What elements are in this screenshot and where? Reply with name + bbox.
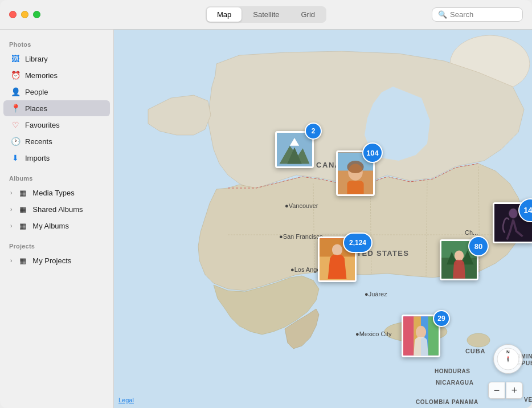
sidebar-item-memories[interactable]: ⏰ Memories — [3, 67, 110, 83]
shared-albums-icon: ▦ — [18, 204, 28, 214]
pin-147[interactable]: 147 — [518, 198, 532, 222]
pin-count-147: 147 — [518, 198, 532, 222]
tab-grid[interactable]: Grid — [290, 7, 325, 22]
recents-icon: 🕐 — [10, 136, 21, 146]
memories-icon: ⏰ — [10, 70, 21, 80]
zoom-out-button[interactable]: − — [488, 382, 505, 399]
pin-80[interactable]: 80 — [468, 236, 489, 256]
pin-count-2124: 2,124 — [343, 232, 373, 253]
tab-map[interactable]: Map — [207, 7, 242, 22]
tab-satellite[interactable]: Satellite — [243, 7, 289, 22]
svg-point-3 — [467, 333, 490, 347]
projects-section-label: Projects — [0, 238, 113, 252]
pin-2[interactable]: 2 — [305, 123, 322, 140]
pin-count-104: 104 — [362, 142, 383, 163]
sidebar-item-shared-albums[interactable]: › ▦ Shared Albums — [3, 201, 110, 217]
zoom-controls: − + — [488, 382, 523, 399]
legal-link[interactable]: Legal — [118, 397, 134, 403]
pin-count-2: 2 — [305, 123, 322, 140]
sidebar-item-label: My Projects — [32, 256, 103, 265]
library-icon: 🖼 — [10, 54, 21, 64]
svg-point-29 — [416, 326, 426, 338]
svg-rect-25 — [403, 316, 414, 355]
sidebar-item-my-projects[interactable]: › ▦ My Projects — [3, 252, 110, 268]
view-tabs: Map Satellite Grid — [206, 6, 326, 23]
imports-icon: ⬇ — [10, 153, 21, 163]
albums-section-label: Albums — [0, 170, 113, 184]
sidebar-item-places[interactable]: 📍 Places — [3, 100, 110, 116]
my-albums-icon: ▦ — [18, 221, 28, 231]
sidebar-item-label: Media Types — [32, 189, 103, 197]
favourites-icon: ♡ — [10, 120, 21, 130]
sidebar-item-label: People — [25, 88, 103, 96]
compass: N — [493, 344, 523, 374]
close-button[interactable] — [9, 11, 17, 18]
svg-point-20 — [455, 251, 464, 261]
sidebar-item-recents[interactable]: 🕐 Recents — [3, 133, 110, 149]
places-icon: 📍 — [10, 103, 21, 113]
sidebar-item-label: Shared Albums — [32, 205, 103, 214]
my-projects-icon: ▦ — [18, 255, 28, 266]
sidebar-item-my-albums[interactable]: › ▦ My Albums — [3, 218, 110, 234]
svg-point-34 — [507, 358, 509, 360]
sidebar-item-media-types[interactable]: › ▦ Media Types — [3, 185, 110, 201]
zoom-in-button[interactable]: + — [506, 382, 523, 399]
titlebar: Map Satellite Grid 🔍 — [0, 0, 532, 30]
sidebar-item-label: Places — [25, 104, 103, 113]
sidebar-item-imports[interactable]: ⬇ Imports — [3, 150, 110, 166]
photos-section-label: Photos — [0, 36, 113, 50]
sidebar-item-label: My Albums — [32, 222, 103, 230]
traffic-lights — [9, 11, 40, 18]
pin-29[interactable]: 29 — [433, 310, 450, 327]
sidebar: Photos 🖼 Library ⏰ Memories 👤 People 📍 P… — [0, 30, 114, 408]
sidebar-item-people[interactable]: 👤 People — [3, 84, 110, 100]
minimize-button[interactable] — [21, 11, 28, 18]
main-content: Photos 🖼 Library ⏰ Memories 👤 People 📍 P… — [0, 30, 532, 408]
chevron-icon: › — [10, 206, 12, 213]
sidebar-item-label: Favourites — [25, 121, 103, 129]
map-area[interactable]: CANADA UNITED STATES CUBA HONDURAS NICAR… — [114, 30, 532, 408]
sidebar-item-favourites[interactable]: ♡ Favourites — [3, 117, 110, 133]
svg-point-15 — [332, 244, 342, 256]
pin-2124[interactable]: 2,124 — [343, 232, 373, 253]
sidebar-item-label: Memories — [25, 71, 103, 80]
svg-point-23 — [509, 209, 518, 218]
map-background — [114, 30, 532, 408]
chevron-icon: › — [10, 258, 12, 264]
svg-text:N: N — [506, 349, 510, 354]
pin-count-80: 80 — [468, 236, 489, 256]
search-input[interactable] — [450, 10, 517, 19]
media-types-icon: ▦ — [18, 187, 28, 198]
sidebar-item-label: Library — [25, 55, 103, 63]
sidebar-item-label: Recents — [25, 137, 103, 146]
sidebar-item-label: Imports — [25, 154, 103, 162]
people-icon: 👤 — [10, 87, 21, 97]
chevron-icon: › — [10, 190, 12, 196]
chevron-icon: › — [10, 223, 12, 229]
search-box[interactable]: 🔍 — [432, 7, 523, 22]
pin-104[interactable]: 104 — [362, 142, 383, 163]
maximize-button[interactable] — [33, 11, 40, 18]
sidebar-item-library[interactable]: 🖼 Library — [3, 51, 110, 67]
svg-point-12 — [347, 161, 363, 173]
pin-count-29: 29 — [433, 310, 450, 327]
search-icon: 🔍 — [438, 10, 447, 19]
